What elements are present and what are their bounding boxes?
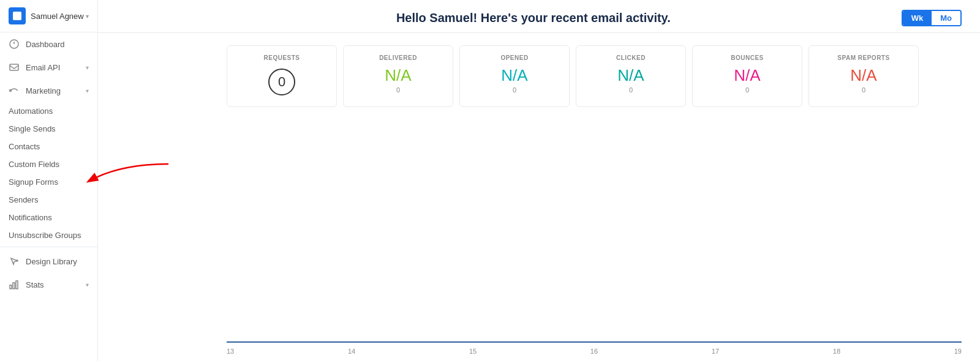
stat-label-opened: OPENED bbox=[472, 54, 557, 61]
toggle-wk-button[interactable]: Wk bbox=[903, 11, 932, 25]
dashboard-icon bbox=[9, 39, 20, 50]
sidebar-email-api-label: Email API bbox=[26, 63, 86, 72]
chart-x-label: 16 bbox=[590, 348, 598, 355]
marketing-chevron: ▾ bbox=[86, 87, 89, 94]
sidebar-item-automations[interactable]: Automations bbox=[0, 102, 97, 120]
stat-value-opened: N/A bbox=[472, 66, 557, 85]
stat-card-opened: OPENEDN/A0 bbox=[459, 45, 570, 107]
stat-label-bounces: BOUNCES bbox=[705, 54, 790, 61]
svg-rect-4 bbox=[10, 285, 12, 289]
sidebar-item-contacts[interactable]: Contacts bbox=[0, 138, 97, 155]
sidebar-item-custom-fields[interactable]: Custom Fields bbox=[0, 155, 97, 173]
stat-card-spam-reports: SPAM REPORTSN/A0 bbox=[809, 45, 919, 107]
sidebar-item-notifications[interactable]: Notifications bbox=[0, 209, 97, 226]
stats-row: REQUESTS0DELIVEREDN/A0OPENEDN/A0CLICKEDN… bbox=[98, 33, 980, 113]
stats-icon bbox=[9, 279, 20, 290]
sidebar-user-chevron: ▾ bbox=[86, 13, 89, 20]
svg-rect-5 bbox=[13, 283, 15, 289]
sidebar-item-unsubscribe-groups[interactable]: Unsubscribe Groups bbox=[0, 226, 97, 244]
chart-area: 13141516171819 bbox=[98, 113, 980, 361]
stat-sub-spam-reports: 0 bbox=[821, 86, 906, 94]
stat-value-delivered: N/A bbox=[356, 66, 440, 85]
marketing-icon bbox=[9, 85, 20, 96]
stat-label-delivered: DELIVERED bbox=[356, 54, 440, 61]
stat-value-requests: 0 bbox=[268, 69, 295, 95]
sidebar-item-senders[interactable]: Senders bbox=[0, 191, 97, 209]
chart-x-label: 13 bbox=[227, 348, 234, 355]
stat-sub-opened: 0 bbox=[472, 86, 557, 94]
stat-value-clicked: N/A bbox=[589, 66, 673, 85]
sidebar-marketing-label: Marketing bbox=[26, 86, 86, 95]
chart-container: 13141516171819 bbox=[227, 113, 962, 361]
chart-x-label: 19 bbox=[954, 348, 962, 355]
stat-label-spam-reports: SPAM REPORTS bbox=[821, 54, 906, 61]
sidebar-item-signup-forms[interactable]: Signup Forms bbox=[0, 173, 97, 191]
stat-sub-delivered: 0 bbox=[356, 86, 440, 94]
main-content: Hello Samuel! Here's your recent email a… bbox=[98, 0, 980, 361]
chart-x-label: 18 bbox=[833, 348, 840, 355]
stat-sub-clicked: 0 bbox=[589, 86, 673, 94]
main-header: Hello Samuel! Here's your recent email a… bbox=[98, 0, 980, 33]
sidebar-dashboard-label: Dashboard bbox=[26, 40, 89, 49]
stat-value-spam-reports: N/A bbox=[821, 66, 906, 85]
stat-label-requests: REQUESTS bbox=[239, 54, 324, 61]
sidebar-user-header[interactable]: Samuel Agnew ▾ bbox=[0, 0, 97, 32]
chart-x-label: 15 bbox=[469, 348, 477, 355]
design-library-icon bbox=[9, 256, 20, 267]
svg-rect-1 bbox=[10, 64, 18, 70]
stat-label-clicked: CLICKED bbox=[589, 54, 673, 61]
toggle-mo-button[interactable]: Mo bbox=[932, 11, 960, 25]
period-toggle: Wk Mo bbox=[902, 10, 962, 26]
stats-chevron: ▾ bbox=[86, 281, 89, 288]
sidebar-divider-1 bbox=[0, 247, 97, 247]
chart-x-label: 17 bbox=[712, 348, 719, 355]
sidebar: Samuel Agnew ▾ Dashboard Email API ▾ Mar… bbox=[0, 0, 98, 361]
sidebar-user-name: Samuel Agnew bbox=[31, 12, 86, 21]
sidebar-item-design-library[interactable]: Design Library bbox=[0, 250, 97, 273]
stat-card-requests: REQUESTS0 bbox=[227, 45, 337, 107]
sidebar-item-dashboard[interactable]: Dashboard bbox=[0, 32, 97, 56]
sidebar-item-single-sends[interactable]: Single Sends bbox=[0, 120, 97, 138]
sidebar-item-marketing[interactable]: Marketing ▾ bbox=[0, 79, 97, 102]
sidebar-item-email-api[interactable]: Email API ▾ bbox=[0, 56, 97, 79]
page-title: Hello Samuel! Here's your recent email a… bbox=[165, 11, 902, 25]
chart-x-axis: 13141516171819 bbox=[227, 348, 962, 355]
email-api-icon bbox=[9, 62, 20, 73]
sidebar-item-stats[interactable]: Stats ▾ bbox=[0, 273, 97, 296]
sidebar-logo bbox=[9, 7, 26, 24]
sidebar-design-library-label: Design Library bbox=[26, 257, 89, 266]
stat-card-clicked: CLICKEDN/A0 bbox=[576, 45, 686, 107]
sidebar-stats-label: Stats bbox=[26, 280, 86, 289]
svg-rect-6 bbox=[16, 281, 18, 289]
stat-value-bounces: N/A bbox=[705, 66, 790, 85]
email-api-chevron: ▾ bbox=[86, 64, 89, 71]
chart-x-label: 14 bbox=[348, 348, 355, 355]
stat-card-delivered: DELIVEREDN/A0 bbox=[343, 45, 453, 107]
stat-sub-bounces: 0 bbox=[705, 86, 790, 94]
stat-card-bounces: BOUNCESN/A0 bbox=[692, 45, 802, 107]
